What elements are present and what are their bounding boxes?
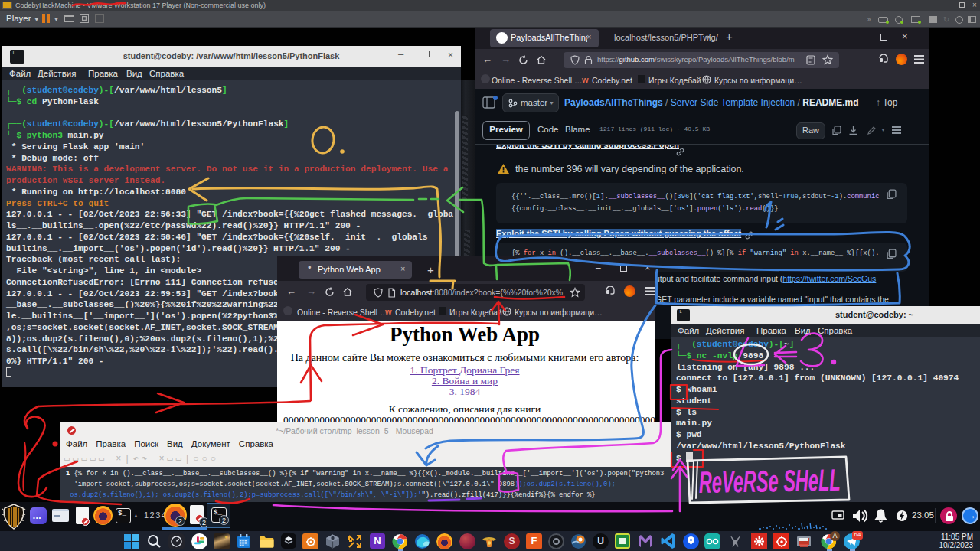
svg-text:ReVeRSe SHeLL: ReVeRSe SHeLL [698, 463, 841, 499]
